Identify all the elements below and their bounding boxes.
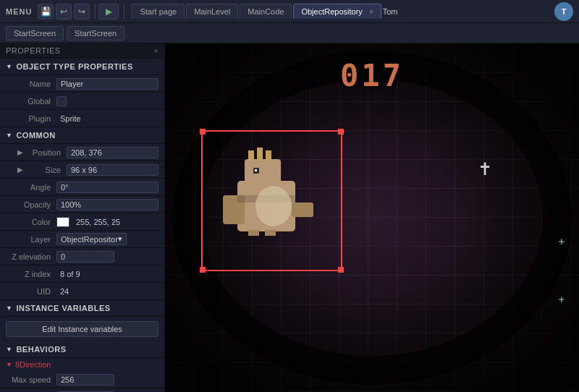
section-label: OBJECT TYPE PROPERTIES bbox=[16, 62, 132, 71]
prop-max-speed-row: Max speed 256 bbox=[0, 371, 164, 388]
instance-arrow-icon: ▼ bbox=[6, 304, 12, 312]
behavior-expand-icon: ▼ bbox=[6, 361, 12, 368]
prop-angle-row: Angle 0° bbox=[0, 179, 164, 196]
play-button[interactable]: ▶ bbox=[98, 4, 119, 20]
color-value: 255, 255, 25 bbox=[72, 217, 159, 227]
prop-uid-row: UID 24 bbox=[0, 283, 164, 300]
selection-handle-tr[interactable] bbox=[338, 129, 344, 135]
prop-size-row: ▶ Size 96 x 96 bbox=[0, 161, 164, 179]
properties-panel: PROPERTIES × ▼ OBJECT TYPE PROPERTIES Na… bbox=[0, 43, 165, 392]
name-label: Name bbox=[6, 80, 56, 88]
behaviors-label: BEHAVIORS bbox=[16, 345, 66, 354]
z-index-value: 8 of 9 bbox=[56, 269, 159, 279]
section-behaviors[interactable]: ▼ BEHAVIORS bbox=[0, 341, 164, 358]
prop-z-elevation-row: Z elevation 0 bbox=[0, 248, 164, 265]
plus-marker-2: + bbox=[559, 236, 565, 247]
selection-handle-br[interactable] bbox=[338, 267, 344, 273]
behavior-8direction[interactable]: ▼ 8Direction bbox=[0, 358, 164, 371]
prop-z-index-row: Z index 8 of 9 bbox=[0, 265, 164, 283]
color-swatch[interactable] bbox=[56, 217, 69, 227]
section-instance-variables[interactable]: ▼ INSTANCE VARIABLES bbox=[0, 300, 164, 317]
selection-handle-bl[interactable] bbox=[200, 267, 206, 273]
cross-decoration: ✝ bbox=[478, 159, 492, 179]
prop-global-row: Global bbox=[0, 93, 164, 110]
prop-name-row: Name Player bbox=[0, 75, 164, 93]
user-avatar[interactable]: T bbox=[554, 2, 573, 21]
z-elevation-label: Z elevation bbox=[6, 252, 56, 261]
toolbar-separator-2 bbox=[124, 4, 124, 19]
selection-box[interactable] bbox=[201, 130, 342, 271]
section-object-type[interactable]: ▼ OBJECT TYPE PROPERTIES bbox=[0, 59, 164, 75]
tab-start-page[interactable]: Start page bbox=[132, 4, 185, 19]
size-label: Size bbox=[26, 166, 67, 174]
layer-label: Layer bbox=[6, 235, 56, 244]
panel-header: PROPERTIES × bbox=[0, 43, 164, 59]
layer-chevron-icon: ▾ bbox=[118, 234, 122, 244]
score-display: 017 bbox=[340, 58, 404, 93]
global-label: Global bbox=[6, 97, 56, 106]
plus-marker-1: + bbox=[559, 294, 565, 305]
canvas-area[interactable]: 017 ✝ + + bbox=[165, 43, 579, 392]
plugin-value: Sprite bbox=[56, 114, 159, 124]
prop-acceleration-row: Acceleration 1024 bbox=[0, 388, 164, 392]
user-name-label: Tom bbox=[383, 7, 398, 16]
size-value[interactable]: 96 x 96 bbox=[67, 164, 159, 176]
selection-handle-tl[interactable] bbox=[200, 129, 206, 135]
prop-position-row: ▶ Position 208, 376 bbox=[0, 144, 164, 161]
global-checkbox[interactable] bbox=[56, 96, 67, 106]
panel-title: PROPERTIES bbox=[6, 46, 61, 55]
common-label: COMMON bbox=[16, 131, 55, 140]
z-elevation-value[interactable]: 0 bbox=[56, 251, 114, 263]
main-tabs: Start page MainLevel MainCode ObjectRepo… bbox=[132, 4, 382, 19]
section-arrow-icon: ▼ bbox=[6, 63, 12, 70]
section-common[interactable]: ▼ COMMON bbox=[0, 127, 164, 144]
opacity-label: Opacity bbox=[6, 200, 56, 209]
position-label: Position bbox=[26, 148, 67, 157]
menu-button[interactable]: MENU bbox=[6, 7, 32, 16]
save-button[interactable]: 💾 bbox=[38, 4, 54, 20]
name-value[interactable]: Player bbox=[56, 78, 159, 90]
sub-tab-row: StartScreen StartScreen bbox=[0, 23, 579, 43]
max-speed-label: Max speed bbox=[6, 375, 56, 384]
prop-color-row: Color 255, 255, 25 bbox=[0, 213, 164, 231]
position-value[interactable]: 208, 376 bbox=[67, 147, 159, 158]
instance-label: INSTANCE VARIABLES bbox=[16, 304, 110, 312]
tab-object-repository[interactable]: ObjectRepository × bbox=[293, 4, 381, 19]
redo-button[interactable]: ↪ bbox=[74, 4, 90, 20]
close-tab-icon[interactable]: × bbox=[369, 8, 373, 16]
main-area: PROPERTIES × ▼ OBJECT TYPE PROPERTIES Na… bbox=[0, 43, 579, 392]
undo-button[interactable]: ↩ bbox=[56, 4, 72, 20]
angle-label: Angle bbox=[6, 183, 56, 192]
opacity-value[interactable]: 100% bbox=[56, 199, 159, 210]
prop-layer-row: Layer ObjectRepositor ▾ bbox=[0, 231, 164, 248]
behaviors-arrow-icon: ▼ bbox=[6, 346, 12, 353]
z-index-label: Z index bbox=[6, 270, 56, 278]
sub-tab-start-screen-2[interactable]: StartScreen bbox=[67, 26, 124, 41]
angle-value[interactable]: 0° bbox=[56, 182, 159, 193]
tab-main-level[interactable]: MainLevel bbox=[186, 4, 238, 19]
color-label: Color bbox=[6, 218, 56, 226]
behavior-name: 8Direction bbox=[15, 360, 51, 369]
position-expand-icon[interactable]: ▶ bbox=[17, 148, 23, 156]
toolbar-separator bbox=[95, 4, 96, 19]
layer-select-value: ObjectRepositor bbox=[61, 235, 118, 244]
max-speed-value[interactable]: 256 bbox=[56, 374, 114, 385]
edit-instance-variables-button[interactable]: Edit Instance variables bbox=[6, 321, 159, 337]
uid-value: 24 bbox=[56, 286, 159, 297]
size-expand-icon[interactable]: ▶ bbox=[17, 166, 23, 174]
game-scene: 017 ✝ + + bbox=[165, 43, 579, 392]
tab-main-code[interactable]: MainCode bbox=[240, 4, 292, 19]
sub-tab-start-screen-1[interactable]: StartScreen bbox=[6, 26, 64, 41]
prop-opacity-row: Opacity 100% bbox=[0, 196, 164, 213]
plugin-label: Plugin bbox=[6, 114, 56, 123]
layer-select[interactable]: ObjectRepositor ▾ bbox=[56, 233, 127, 245]
common-arrow-icon: ▼ bbox=[6, 132, 12, 139]
panel-close-button[interactable]: × bbox=[153, 46, 159, 55]
top-bar: MENU 💾 ↩ ↪ ▶ Start page MainLevel MainCo… bbox=[0, 0, 579, 23]
uid-label: UID bbox=[6, 287, 56, 296]
prop-plugin-row: Plugin Sprite bbox=[0, 110, 164, 127]
